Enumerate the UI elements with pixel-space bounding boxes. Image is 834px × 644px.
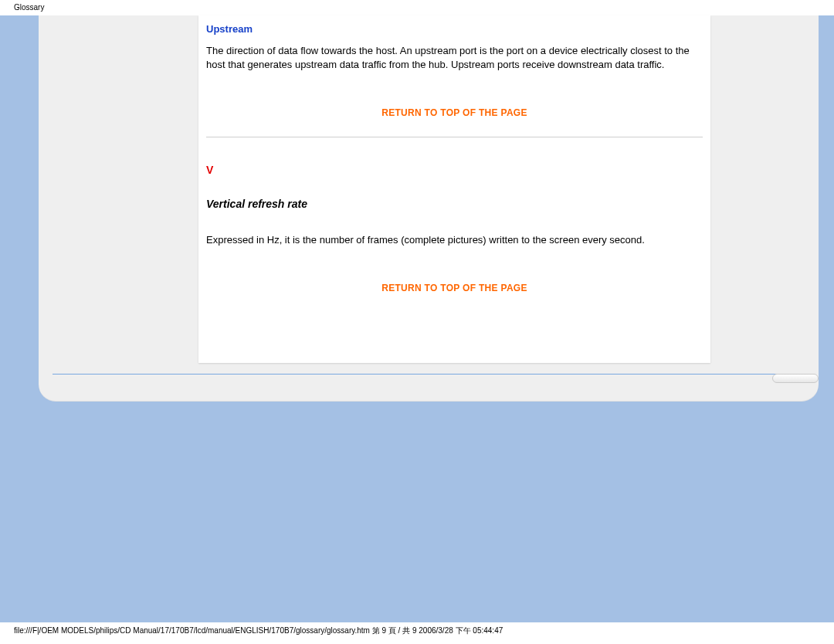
return-to-top-link[interactable]: RETURN TO TOP OF THE PAGE <box>206 107 703 118</box>
horizontal-scrollbar-thumb[interactable] <box>772 374 819 383</box>
main-panel: Upstream The direction of data flow towa… <box>39 15 819 402</box>
section-letter-v: V <box>206 164 703 176</box>
return-to-top-link[interactable]: RETURN TO TOP OF THE PAGE <box>206 283 703 293</box>
page-header-label: Glossary <box>14 3 44 12</box>
glossary-card: Upstream The direction of data flow towa… <box>198 15 710 363</box>
page-background: Upstream The direction of data flow towa… <box>0 15 834 622</box>
glossary-content: Upstream The direction of data flow towa… <box>198 15 710 293</box>
term-vertical-refresh-title: Vertical refresh rate <box>206 198 703 210</box>
section-divider <box>206 137 703 137</box>
footer-file-path: file:///F|/OEM MODELS/philips/CD Manual/… <box>14 625 503 636</box>
term-upstream-body: The direction of data flow towards the h… <box>206 44 703 72</box>
term-upstream-title[interactable]: Upstream <box>206 23 703 35</box>
term-vertical-refresh-body: Expressed in Hz, it is the number of fra… <box>206 233 703 247</box>
panel-bottom-rule <box>53 374 806 375</box>
